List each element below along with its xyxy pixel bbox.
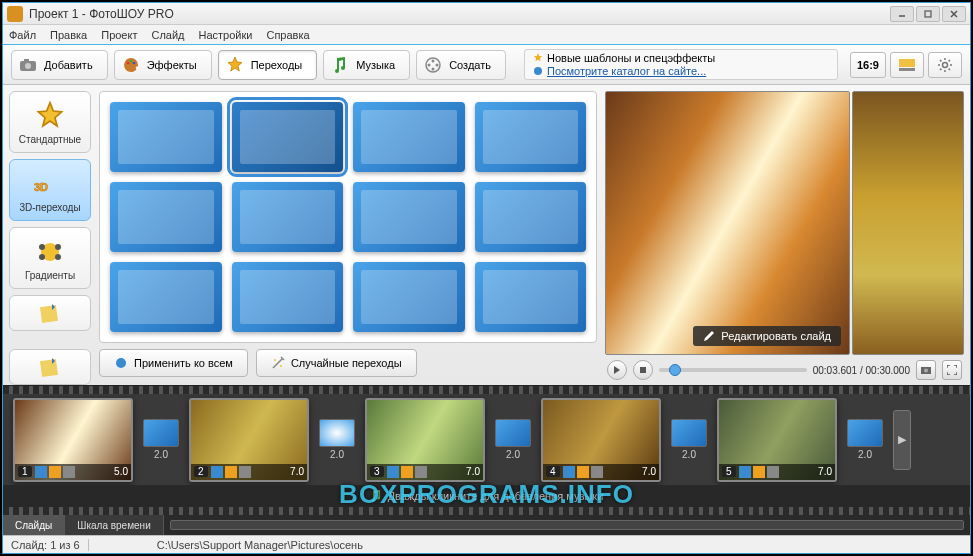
menu-edit[interactable]: Правка — [50, 29, 87, 41]
category-standard[interactable]: Стандартные — [9, 91, 91, 153]
svg-rect-47 — [767, 466, 779, 478]
playback-slider[interactable] — [659, 368, 807, 372]
timeline-slide[interactable]: 47.0 — [541, 398, 661, 482]
play-button[interactable] — [607, 360, 627, 380]
maximize-button[interactable] — [916, 6, 940, 22]
svg-rect-34 — [49, 466, 61, 478]
stop-button[interactable] — [633, 360, 653, 380]
transition-thumb[interactable] — [232, 182, 344, 252]
apply-all-button[interactable]: Применить ко всем — [99, 349, 248, 377]
random-button[interactable]: Случайные переходы — [256, 349, 417, 377]
svg-point-7 — [126, 61, 129, 64]
svg-rect-6 — [24, 59, 29, 62]
svg-point-24 — [55, 254, 61, 260]
svg-rect-25 — [40, 305, 58, 323]
status-path: C:\Users\Support Manager\Pictures\осень — [149, 539, 970, 551]
timeline-slide[interactable]: 37.0 — [365, 398, 485, 482]
menu-project[interactable]: Проект — [101, 29, 137, 41]
expand-icon — [947, 365, 957, 375]
preview-main[interactable]: Редактировать слайд — [605, 91, 850, 355]
star-icon — [34, 100, 66, 132]
transition-thumb[interactable] — [475, 102, 587, 172]
transition-thumb[interactable] — [110, 182, 222, 252]
transition-thumb[interactable] — [353, 182, 465, 252]
tab-create[interactable]: Создать — [416, 50, 506, 80]
timeline-transition[interactable]: 2.0 — [493, 419, 533, 460]
svg-rect-45 — [739, 466, 751, 478]
settings-icon[interactable] — [35, 466, 47, 478]
edit-slide-button[interactable]: Редактировать слайд — [693, 326, 841, 346]
tab-music[interactable]: Музыка — [323, 50, 410, 80]
settings-button[interactable] — [928, 52, 962, 78]
favorites-button[interactable] — [9, 295, 91, 331]
catalog-link[interactable]: Посмотрите каталог на сайте... — [547, 65, 706, 77]
svg-text:3D: 3D — [34, 181, 48, 193]
music-icon — [330, 55, 350, 75]
transition-thumb[interactable] — [475, 182, 587, 252]
music-track[interactable]: Дважды кликните для добавления музыки — [3, 485, 970, 507]
transition-thumb[interactable] — [353, 102, 465, 172]
note-icon — [38, 355, 62, 379]
category-gradients[interactable]: Градиенты — [9, 227, 91, 289]
wand-icon — [271, 356, 285, 370]
transition-thumb[interactable] — [110, 102, 222, 172]
timeline-tab-slides[interactable]: Слайды — [3, 515, 65, 535]
timeline-scrollbar[interactable] — [170, 520, 964, 530]
tab-transitions[interactable]: Переходы — [218, 50, 318, 80]
svg-rect-40 — [401, 466, 413, 478]
svg-rect-39 — [387, 466, 399, 478]
transition-thumb[interactable] — [232, 262, 344, 332]
transition-thumb[interactable] — [232, 102, 344, 172]
svg-point-27 — [116, 358, 126, 368]
svg-rect-30 — [640, 367, 646, 373]
preview-next[interactable] — [852, 91, 964, 355]
statusbar: Слайд: 1 из 6 C:\Users\Support Manager\P… — [3, 535, 970, 553]
menu-help[interactable]: Справка — [266, 29, 309, 41]
app-icon — [7, 6, 23, 22]
svg-point-11 — [432, 59, 435, 62]
svg-rect-1 — [925, 11, 931, 17]
timeline-transition[interactable]: 2.0 — [141, 419, 181, 460]
camera-icon — [18, 55, 38, 75]
menu-settings[interactable]: Настройки — [199, 29, 253, 41]
timeline-slide[interactable]: 27.0 — [189, 398, 309, 482]
close-button[interactable] — [942, 6, 966, 22]
palette-icon — [121, 55, 141, 75]
fullscreen-button[interactable] — [942, 360, 962, 380]
snapshot-button[interactable] — [916, 360, 936, 380]
pencil-icon[interactable] — [49, 466, 61, 478]
menu-slide[interactable]: Слайд — [151, 29, 184, 41]
favorites-button-2[interactable] — [9, 349, 91, 385]
svg-point-13 — [436, 63, 439, 66]
transition-thumb[interactable] — [353, 262, 465, 332]
svg-rect-16 — [899, 59, 915, 67]
titlebar: Проект 1 - ФотоШОУ PRO — [3, 3, 970, 25]
tab-add[interactable]: Добавить — [11, 50, 108, 80]
svg-point-9 — [132, 61, 135, 64]
timeline-next[interactable]: ▶ — [893, 410, 911, 470]
svg-rect-37 — [225, 466, 237, 478]
globe-icon — [533, 66, 543, 76]
menu-file[interactable]: Файл — [9, 29, 36, 41]
transition-thumb[interactable] — [110, 262, 222, 332]
filmstrip-bottom — [3, 507, 970, 515]
category-3d[interactable]: 3D 3D-переходы — [9, 159, 91, 221]
svg-point-15 — [534, 67, 542, 75]
svg-rect-46 — [753, 466, 765, 478]
apply-icon — [114, 356, 128, 370]
aspect-ratio-button[interactable]: 16:9 — [850, 52, 886, 78]
timeline-slide[interactable]: 57.0 — [717, 398, 837, 482]
timeline-slide[interactable]: 15.0 — [13, 398, 133, 482]
minimize-button[interactable] — [890, 6, 914, 22]
timeline-transition[interactable]: 2.0 — [669, 419, 709, 460]
svg-rect-44 — [591, 466, 603, 478]
sound-icon[interactable] — [63, 466, 75, 478]
layout-button[interactable] — [890, 52, 924, 78]
tab-effects[interactable]: Эффекты — [114, 50, 212, 80]
timeline-transition[interactable]: 2.0 — [845, 419, 885, 460]
timeline-transition[interactable]: 2.0 — [317, 419, 357, 460]
timeline-tab-scale[interactable]: Шкала времени — [65, 515, 163, 535]
svg-rect-35 — [63, 466, 75, 478]
note-icon — [38, 301, 62, 325]
transition-thumb[interactable] — [475, 262, 587, 332]
